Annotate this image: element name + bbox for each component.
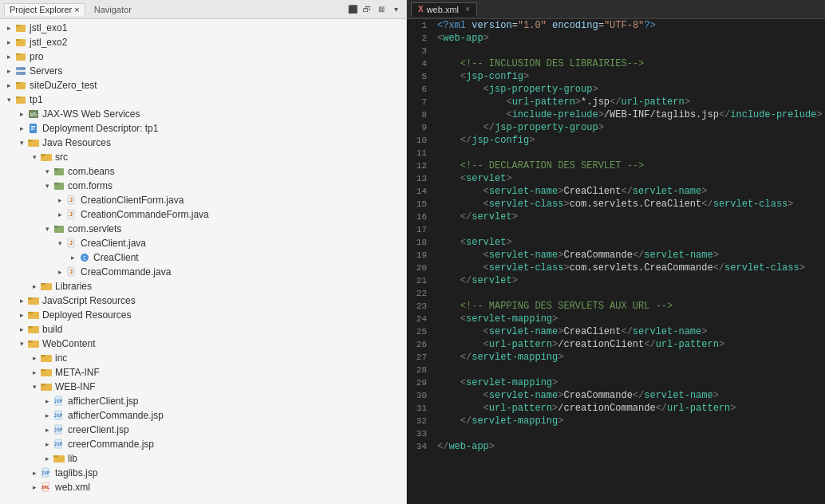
expand-icon[interactable]: ▾ [41, 223, 53, 234]
expand-icon[interactable]: ▾ [16, 137, 27, 148]
expand-icon[interactable]: ▸ [41, 410, 53, 421]
close-icon[interactable]: ⊠ [375, 3, 388, 16]
tree-item-22[interactable]: ▸build [0, 322, 406, 337]
tree-item-16[interactable]: ▾JCreaClient.java [0, 236, 406, 250]
tree-item-12[interactable]: ▾com.forms [0, 179, 406, 193]
xml-editor-content[interactable]: 1<?xml version="1.0" encoding="UTF-8"?>2… [407, 19, 825, 504]
line-content[interactable]: </servlet> [431, 274, 518, 287]
tab-project-explorer[interactable]: Project Explorer × [4, 3, 85, 16]
line-content[interactable] [431, 427, 443, 440]
expand-icon[interactable]: ▾ [41, 180, 53, 191]
line-content[interactable]: <url-pattern>*.jsp</url-pattern> [431, 96, 690, 108]
expand-icon[interactable]: ▸ [3, 80, 14, 91]
expand-icon[interactable]: ▸ [54, 209, 65, 220]
tree-item-25[interactable]: ▸META-INF [0, 365, 406, 380]
tree-item-23[interactable]: ▾WebContent [0, 337, 406, 351]
line-content[interactable]: <servlet-class>com.servlets.CreaClient</… [431, 198, 794, 211]
tree-item-28[interactable]: ▸JSPafficherCommande.jsp [0, 408, 406, 423]
expand-icon[interactable]: ▸ [3, 51, 14, 62]
expand-icon[interactable]: ▸ [29, 281, 40, 292]
line-content[interactable]: <web-app> [431, 32, 489, 45]
tree-item-5[interactable]: ▸siteDuZero_test [0, 78, 406, 93]
line-content[interactable]: <!-- INCLUSION DES LIBRAIRIES--> [431, 57, 644, 70]
expand-icon[interactable]: ▸ [29, 352, 40, 364]
tree-item-18[interactable]: ▸JCreaCommande.java [0, 265, 406, 279]
expand-icon[interactable]: ▸ [41, 439, 53, 450]
tree-item-21[interactable]: ▸Deployed Resources [0, 308, 406, 322]
tree-item-26[interactable]: ▾WEB-INF [0, 380, 406, 394]
tree-item-20[interactable]: ▸JavaScript Resources [0, 293, 406, 308]
editor-tab-webxml[interactable]: X web.xml × [411, 2, 477, 17]
expand-icon[interactable]: ▸ [29, 482, 40, 493]
minimize-icon[interactable]: ⬛ [346, 3, 359, 16]
line-content[interactable]: <servlet-class>com.servlets.CreaCommande… [431, 262, 805, 274]
tree-item-1[interactable]: ▸jstl_exo1 [0, 21, 406, 35]
line-content[interactable] [431, 287, 443, 300]
line-content[interactable]: <url-pattern>/creationCommande</url-patt… [431, 402, 736, 415]
expand-icon[interactable]: ▸ [16, 108, 27, 120]
expand-icon[interactable]: ▸ [16, 324, 27, 335]
expand-icon[interactable]: ▸ [41, 396, 53, 407]
expand-icon[interactable]: ▸ [16, 123, 27, 134]
line-content[interactable] [431, 45, 443, 57]
line-content[interactable]: <url-pattern>/creationClient</url-patter… [431, 338, 724, 351]
maximize-icon[interactable]: 🗗 [361, 3, 373, 16]
tree-item-30[interactable]: ▸JSPcreerCommande.jsp [0, 437, 406, 451]
close-tab-icon[interactable]: × [465, 5, 470, 14]
tree-item-8[interactable]: ▸Deployment Descriptor: tp1 [0, 121, 406, 136]
tree-item-3[interactable]: ▸pro [0, 49, 406, 64]
tree-item-4[interactable]: ▸Servers [0, 64, 406, 78]
expand-icon[interactable]: ▸ [67, 252, 78, 263]
line-content[interactable]: <servlet-name>CreaCommande</servlet-name… [431, 389, 719, 402]
expand-icon[interactable]: ▸ [16, 309, 27, 321]
tree-item-9[interactable]: ▾Java Resources [0, 136, 406, 150]
tab-navigator[interactable]: Navigator [89, 4, 136, 15]
tree-item-32[interactable]: ▸JSPtaglibs.jsp [0, 466, 406, 480]
line-content[interactable]: </servlet> [431, 211, 518, 223]
expand-icon[interactable]: ▸ [54, 266, 65, 278]
line-content[interactable]: <servlet-name>CreaCommande</servlet-name… [431, 249, 719, 262]
tree-item-6[interactable]: ▾tp1 [0, 93, 406, 107]
line-content[interactable]: <servlet> [431, 236, 512, 249]
line-content[interactable]: </servlet-mapping> [431, 415, 563, 427]
expand-icon[interactable]: ▸ [29, 467, 40, 478]
tree-item-2[interactable]: ▸jstl_exo2 [0, 35, 406, 49]
line-content[interactable]: <!-- MAPPING DES SERVLETS AUX URL --> [431, 300, 673, 313]
line-content[interactable]: <servlet-mapping> [431, 313, 558, 325]
expand-icon[interactable]: ▸ [41, 453, 53, 464]
line-content[interactable]: <servlet> [431, 172, 512, 185]
expand-icon[interactable]: ▾ [54, 238, 65, 249]
expand-icon[interactable]: ▸ [29, 367, 40, 378]
tree-item-27[interactable]: ▸JSPafficherClient.jsp [0, 394, 406, 408]
tree-item-7[interactable]: ▸WSJAX-WS Web Services [0, 107, 406, 121]
expand-icon[interactable]: ▾ [29, 152, 40, 163]
expand-icon[interactable]: ▸ [3, 65, 14, 77]
expand-icon[interactable]: ▸ [3, 22, 14, 33]
line-content[interactable] [431, 364, 443, 376]
line-content[interactable]: <jsp-config> [431, 70, 529, 83]
line-content[interactable]: <servlet-name>CreaClient</servlet-name> [431, 185, 707, 198]
tree-item-33[interactable]: ▸XMLweb.xml [0, 480, 406, 494]
expand-icon[interactable]: ▸ [54, 195, 65, 206]
expand-icon[interactable]: ▸ [41, 424, 53, 435]
tree-item-10[interactable]: ▾src [0, 150, 406, 164]
line-content[interactable]: <include-prelude>/WEB-INF/taglibs.jsp</i… [431, 108, 823, 121]
tree-item-24[interactable]: ▸inc [0, 351, 406, 365]
expand-icon[interactable]: ▾ [16, 338, 27, 349]
menu-icon[interactable]: ▾ [389, 3, 402, 16]
expand-icon[interactable]: ▾ [41, 166, 53, 177]
tree-item-31[interactable]: ▸lib [0, 451, 406, 466]
expand-icon[interactable]: ▾ [3, 94, 14, 105]
line-content[interactable]: </web-app> [431, 440, 495, 453]
expand-icon[interactable]: ▸ [16, 295, 27, 306]
line-content[interactable] [431, 223, 443, 236]
expand-icon[interactable]: ▸ [3, 37, 14, 48]
line-content[interactable]: <!-- DECLARATION DES SERVLET --> [431, 159, 644, 172]
tree-item-19[interactable]: ▸Libraries [0, 279, 406, 293]
line-content[interactable]: <?xml version="1.0" encoding="UTF-8"?> [431, 19, 656, 32]
line-content[interactable]: <jsp-property-group> [431, 83, 598, 96]
tree-item-13[interactable]: ▸JCreationClientForm.java [0, 193, 406, 207]
line-content[interactable]: </jsp-property-group> [431, 121, 604, 134]
line-content[interactable]: </jsp-config> [431, 134, 535, 147]
line-content[interactable]: <servlet-mapping> [431, 376, 558, 389]
